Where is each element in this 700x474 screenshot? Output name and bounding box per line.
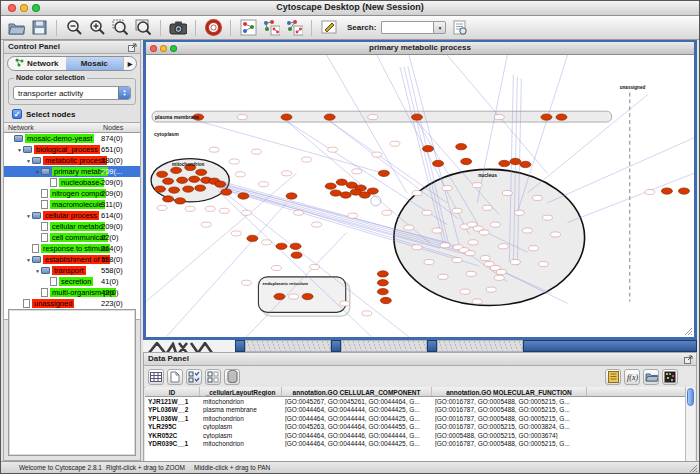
region-shapes <box>151 92 630 316</box>
open-session-icon[interactable] <box>7 19 25 37</box>
import-attribute-file-icon[interactable] <box>643 369 659 385</box>
dropdown-stepper-icon: ▲▼ <box>118 87 130 99</box>
tree-nodes-count: 223(0) <box>101 299 123 308</box>
tree-nodes-count: 558(0) <box>101 266 123 275</box>
tree-nodes-count: 280(0) <box>101 156 123 165</box>
tree-row[interactable]: mosaic-demo-yeast874(0) <box>4 133 140 144</box>
tree-row[interactable]: response to stimulu264(0) <box>4 243 140 254</box>
attribute-editor-icon[interactable] <box>605 369 621 385</box>
network-canvas[interactable]: plasma membrane cytoplasm mitochondrion … <box>146 55 694 337</box>
unselect-attributes-icon[interactable] <box>205 369 221 385</box>
table-row[interactable]: YPL036W__2plasma membrane[GO:0044464, GO… <box>145 406 685 415</box>
expand-triangle-icon[interactable]: ▼ <box>16 147 23 153</box>
column-header[interactable]: _cellularLayoutRegion <box>200 387 282 396</box>
tree-row[interactable]: ▼establishment of lo558(0) <box>4 254 140 265</box>
table-row[interactable]: YPL036W__1mitochondrion[GO:0044464, GO:0… <box>145 414 685 423</box>
node-color-dropdown[interactable]: transporter activity ▲▼ <box>13 86 131 100</box>
zoom-selected-region-icon[interactable] <box>111 19 129 37</box>
frame-resize-grip[interactable] <box>684 327 693 336</box>
tree-row[interactable]: ▼transport558(0) <box>4 265 140 276</box>
table-row[interactable]: YLR295Ccytoplasm[GO:0045263, GO:0044464,… <box>145 423 685 432</box>
search-label: Search: <box>347 23 376 32</box>
tree-row[interactable]: ▼primary metabo209(... <box>4 166 140 177</box>
search-input[interactable] <box>381 21 433 34</box>
tree-row[interactable]: cell communicat22(0) <box>4 232 140 243</box>
background-frame-content[interactable] <box>341 340 427 352</box>
attribute-table-icon[interactable] <box>148 369 164 385</box>
tree-label: primary metabo <box>52 167 108 176</box>
tree-row[interactable]: multi-organism pro42(0) <box>4 287 140 298</box>
birds-eye-view-panel[interactable] <box>8 309 136 456</box>
tree-column-headers[interactable]: Network Nodes <box>4 122 140 133</box>
tree-row[interactable]: macromolecule311(0) <box>4 199 140 210</box>
svg-text:f(x): f(x) <box>627 373 638 382</box>
float-panel-icon[interactable] <box>684 355 693 364</box>
column-header[interactable]: annotation.GO MOLECULAR_FUNCTION <box>432 387 587 396</box>
new-network-from-selected-nodes-icon[interactable] <box>262 19 280 37</box>
table-row[interactable]: YDR039C__1mitochondrion[GO:0044464, GO:0… <box>145 440 685 449</box>
column-header[interactable]: ID <box>145 387 200 396</box>
help-lifesaver-icon[interactable] <box>204 19 222 37</box>
select-nodes-checkbox[interactable]: ✓ <box>12 109 22 119</box>
background-frame-content[interactable] <box>437 340 523 352</box>
background-frame-titlebar[interactable] <box>523 340 697 352</box>
table-cell: [GO:0016787, GO:0005488, GO:0005215, G..… <box>432 440 587 447</box>
table-cell: [GO:0016787, GO:0005488, GO:0005215, G..… <box>432 398 587 405</box>
expand-triangle-icon[interactable]: ▼ <box>25 257 32 263</box>
matrix-view-icon[interactable] <box>662 369 678 385</box>
table-cell: [GO:0045263, GO:0044464, GO:0044455, G..… <box>282 423 432 430</box>
network-view-titlebar[interactable]: primary metabolic process <box>146 42 694 55</box>
function-builder-icon[interactable]: f(x) <box>624 369 640 385</box>
tree-label: response to stimulu <box>41 244 110 253</box>
tab-network[interactable]: Network <box>8 57 66 70</box>
float-panel-icon[interactable] <box>128 43 137 52</box>
background-frame-content[interactable] <box>245 340 331 352</box>
zoom-out-icon[interactable] <box>65 19 83 37</box>
tree-nodes-count: 41(0) <box>101 277 119 286</box>
tree-row[interactable]: nucleobase-209(0) <box>4 177 140 188</box>
tree-row[interactable]: secretion41(0) <box>4 276 140 287</box>
select-attributes-icon[interactable] <box>186 369 202 385</box>
new-network-from-selected-edges-icon[interactable] <box>285 19 303 37</box>
tree-row[interactable]: ▼metabolic process280(0) <box>4 155 140 166</box>
expand-triangle-icon[interactable]: ▼ <box>25 158 32 164</box>
zoom-in-icon[interactable] <box>88 19 106 37</box>
table-cell: [GO:0044464, GO:0044444, GO:0044425, G..… <box>282 415 432 422</box>
save-session-icon[interactable] <box>30 19 48 37</box>
import-attributes-icon[interactable] <box>451 19 469 37</box>
tree-row[interactable]: nitrogen compo209(0) <box>4 188 140 199</box>
table-row[interactable]: YKR052Ccytoplasm[GO:0044464, GO:0044446,… <box>145 431 685 440</box>
annotation-icon[interactable] <box>320 19 338 37</box>
new-attribute-icon[interactable] <box>167 369 183 385</box>
column-header[interactable]: annotation.GO CELLULAR_COMPONENT <box>282 387 432 396</box>
tree-row[interactable]: cellular metabo209(0) <box>4 221 140 232</box>
tab-overflow-arrow-icon[interactable]: ▶ <box>123 57 136 70</box>
zoom-fit-icon[interactable] <box>134 19 152 37</box>
background-frame-titlebar[interactable] <box>427 340 437 352</box>
expand-triangle-icon[interactable]: ▼ <box>34 169 41 175</box>
expand-triangle-icon[interactable]: ▼ <box>34 268 41 274</box>
control-panel-tab-bar: Network Mosaic ▶ <box>7 56 137 71</box>
table-row[interactable]: YJR121W__1mitochondrion[GO:0045267, GO:0… <box>145 397 685 406</box>
tree-nodes-count: 209(0) <box>101 189 123 198</box>
background-frames-strip <box>143 340 697 352</box>
tab-mosaic[interactable]: Mosaic <box>66 57 124 70</box>
file-icon <box>23 299 30 308</box>
delete-attribute-trash-icon[interactable] <box>224 369 240 385</box>
window-titlebar[interactable]: Cytoscape Desktop (New Session) <box>1 1 699 16</box>
window-resize-grip[interactable] <box>689 464 698 473</box>
tree-nodes-count: 209(0) <box>101 222 123 231</box>
search-dropdown-icon[interactable]: ▼ <box>433 21 446 34</box>
network-view-icon[interactable] <box>239 19 257 37</box>
scrollbar-thumb[interactable] <box>687 388 694 406</box>
table-cell: YJR121W__1 <box>145 398 200 405</box>
background-frame-titlebar[interactable] <box>235 340 245 352</box>
expand-triangle-icon[interactable]: ▼ <box>25 213 32 219</box>
tree-row[interactable]: ▼biological_process651(0) <box>4 144 140 155</box>
attribute-table-header[interactable]: ID_cellularLayoutRegionannotation.GO CEL… <box>145 387 685 397</box>
tree-row[interactable]: unassigned223(0) <box>4 298 140 309</box>
status-welcome: Welcome to Cytoscape 2.8.1 <box>19 464 102 471</box>
tree-row[interactable]: ▼cellular process614(0) <box>4 210 140 221</box>
snapshot-camera-icon[interactable] <box>169 19 187 37</box>
background-frame-titlebar[interactable] <box>331 340 341 352</box>
